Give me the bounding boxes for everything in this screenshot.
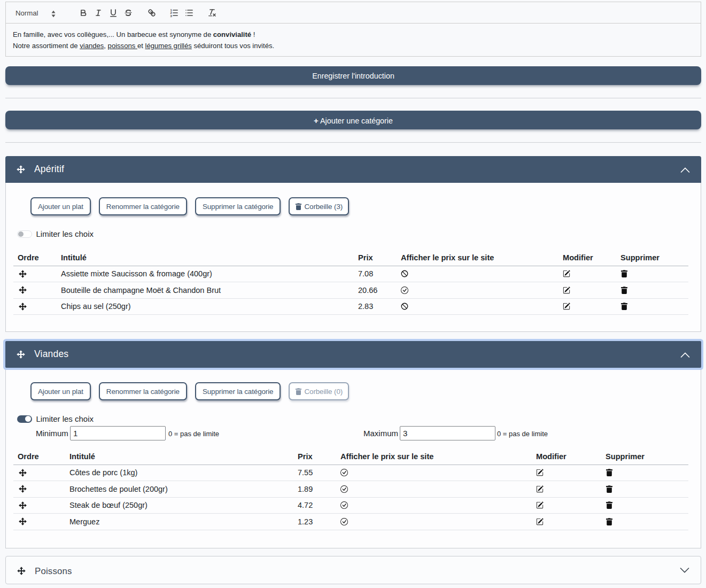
svg-text:3: 3 <box>170 14 173 18</box>
